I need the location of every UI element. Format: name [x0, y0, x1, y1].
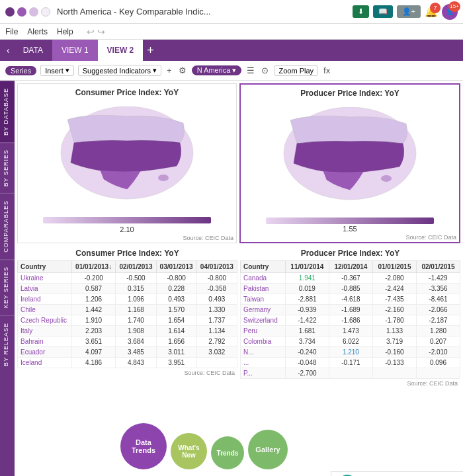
chat-support-bar: 💬 Live Chat Support [331, 471, 463, 476]
sidebar-tab-by-database[interactable]: BY DATABASE [0, 81, 15, 142]
ppi-table-title: Producer Price Index: YoY [240, 249, 460, 258]
charts-section: Consumer Price Index: YoY [15, 81, 463, 246]
undo-icon[interactable]: ↩ [87, 26, 95, 37]
suggested-indicators-button[interactable]: Suggested Indicators ▾ [78, 65, 161, 76]
settings-icon[interactable]: ⚙ [177, 65, 188, 75]
ppi-val: -2.700 [285, 368, 329, 379]
ppi-val: -1.780 [372, 315, 416, 326]
cpi-country-latvia[interactable]: Latvia [18, 284, 72, 294]
ppi-table-source: Source: CEIC Data [240, 379, 460, 388]
cpi-val: -0.800 [196, 273, 237, 284]
logo-circle-3 [29, 7, 38, 17]
cpi-val: 1.654 [156, 315, 196, 326]
tab-view1[interactable]: VIEW 1 [52, 40, 98, 61]
notifications-wrapper: 🔔 7 [425, 5, 438, 18]
tab-bar: ‹ DATA VIEW 1 VIEW 2 + [0, 40, 463, 61]
table-row: Germany -0.939 -1.689 -2.160 -2.066 [241, 305, 460, 315]
ppi-val: -1.429 [416, 273, 460, 284]
data-trends-bubble[interactable]: DataTrends [120, 423, 167, 469]
insert-button[interactable]: Insert ▾ [40, 65, 74, 76]
cpi-val: 1.330 [196, 305, 237, 315]
window-title: North America - Key Comparable Indic... [57, 7, 353, 17]
cpi-country-bahrain[interactable]: Bahrain [18, 337, 72, 347]
ppi-val [372, 368, 416, 379]
app-logo [5, 7, 50, 17]
cpi-val: 2.203 [71, 326, 115, 337]
n-america-button[interactable]: N America ▾ [192, 65, 242, 75]
cpi-country-iceland[interactable]: Iceland [18, 358, 72, 368]
title-actions: ⬇ 📖 👤+ 🔔 7 👤 15+ [353, 4, 458, 20]
ppi-val: -0.171 [329, 358, 372, 368]
table-row: Ukraine -0.200 -0.500 -0.800 -0.800 [18, 273, 237, 284]
menu-alerts[interactable]: Alerts [27, 27, 48, 36]
gallery-bubble[interactable]: Gallery [248, 430, 288, 469]
cpi-val: 3.485 [116, 347, 156, 358]
cpi-country-ukraine[interactable]: Ukraine [18, 273, 72, 284]
ppi-val: 0.019 [285, 284, 329, 294]
ppi-country-peru[interactable]: Peru [241, 326, 286, 337]
ppi-country-p[interactable]: P... [241, 368, 286, 379]
ppi-country-taiwan[interactable]: Taiwan [241, 294, 286, 305]
ppi-country-germany[interactable]: Germany [241, 305, 286, 315]
tab-view2[interactable]: VIEW 2 [98, 40, 144, 61]
ppi-val: 1.681 [285, 326, 329, 337]
table-row: Latvia 0.587 0.315 0.228 -0.358 [18, 284, 237, 294]
sidebar-tab-by-series[interactable]: BY SERIES [0, 142, 15, 193]
table-row: Pakistan 0.019 -0.885 -2.424 -3.356 [241, 284, 460, 294]
n-america-dropdown-icon: ▾ [232, 66, 236, 74]
ppi-val: -0.240 [285, 347, 329, 358]
series-button[interactable]: Series [5, 66, 36, 75]
trends-bubble[interactable]: Trends [211, 436, 244, 469]
cpi-col-date1: 01/01/2013↓ [71, 261, 115, 273]
tab-arrow-left[interactable]: ‹ [3, 45, 14, 56]
ppi-val: 1.473 [329, 326, 372, 337]
table-row: Canada 1.941 -0.367 -2.080 -1.429 [241, 273, 460, 284]
cpi-val: 3.651 [71, 337, 115, 347]
whats-new-bubble[interactable]: What'sNew [171, 433, 207, 469]
cpi-country-czech[interactable]: Czech Republic [18, 315, 72, 326]
book-button[interactable]: 📖 [373, 5, 393, 18]
zoom-play-button[interactable]: Zoom Play [274, 65, 318, 76]
ppi-country-n[interactable]: N... [241, 347, 286, 358]
menu-help[interactable]: Help [57, 27, 73, 36]
cpi-val: 1.740 [116, 315, 156, 326]
tab-data[interactable]: DATA [14, 40, 52, 61]
redo-icon[interactable]: ↪ [97, 26, 105, 37]
sidebar-tab-by-release[interactable]: BY RELEASE [0, 315, 15, 373]
ppi-col-date2: 12/01/2014 [329, 261, 372, 273]
user-add-button[interactable]: 👤+ [397, 5, 421, 18]
ppi-val [416, 368, 460, 379]
ppi-col-country: Country [241, 261, 286, 273]
cpi-val: 1.614 [156, 326, 196, 337]
list-icon[interactable]: ☰ [245, 65, 256, 75]
ppi-country-colombia[interactable]: Colombia [241, 337, 286, 347]
ppi-country-switzerland[interactable]: Switzerland [241, 315, 286, 326]
sidebar-tab-key-series[interactable]: KEY SERIES [0, 259, 15, 315]
ppi-map [245, 100, 455, 216]
ppi-country-canada[interactable]: Canada [241, 273, 286, 284]
ppi-val: -0.160 [372, 347, 416, 358]
tables-section: Consumer Price Index: YoY Country 01/01/… [15, 246, 463, 391]
cpi-val: -0.358 [196, 284, 237, 294]
cpi-country-chile[interactable]: Chile [18, 305, 72, 315]
add-tab-button[interactable]: + [143, 44, 158, 58]
sidebar-tab-comparables[interactable]: COMPARABLES [0, 193, 15, 259]
ppi-val: -0.939 [285, 305, 329, 315]
ppi-country-dot[interactable]: ... [241, 358, 286, 368]
cpi-country-italy[interactable]: Italy [18, 326, 72, 337]
fx-icon[interactable]: fx [322, 65, 331, 75]
ppi-val: 1.210 [329, 347, 372, 358]
cpi-table: Country 01/01/2013↓ 02/01/2013 03/01/201… [17, 260, 237, 368]
cpi-country-ireland[interactable]: Ireland [18, 294, 72, 305]
download-button[interactable]: ⬇ [353, 5, 369, 18]
cpi-country-ecuador[interactable]: Ecuador [18, 347, 72, 358]
globe-icon[interactable]: ⊙ [260, 65, 270, 75]
add-icon[interactable]: + [165, 65, 173, 75]
cpi-col-date4: 04/01/2013 [196, 261, 237, 273]
cpi-color-bar-container [22, 217, 232, 223]
ppi-val: -0.133 [372, 358, 416, 368]
menu-file[interactable]: File [5, 27, 18, 36]
cpi-val: 4.186 [71, 358, 115, 368]
ppi-country-pakistan[interactable]: Pakistan [241, 284, 286, 294]
content-area: Consumer Price Index: YoY [15, 81, 463, 476]
